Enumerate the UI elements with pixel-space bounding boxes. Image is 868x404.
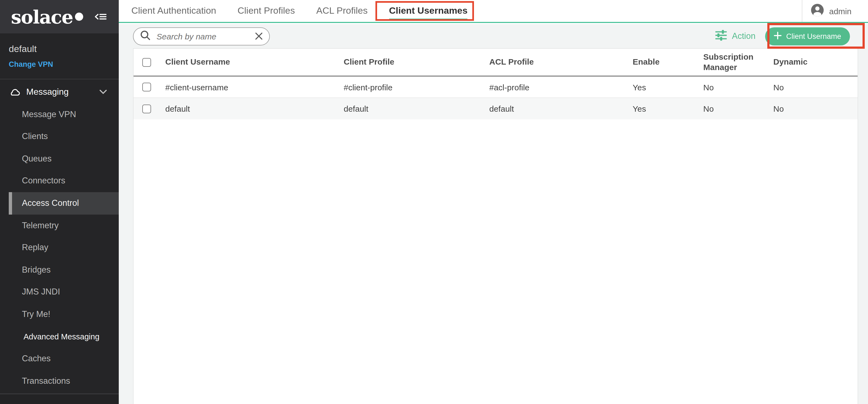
cell-dynamic: No (765, 104, 858, 113)
plus-icon (774, 31, 782, 41)
vpn-name: default (9, 44, 110, 55)
select-all-checkbox[interactable] (142, 58, 151, 66)
toolbar-actions: Action Client Username (716, 27, 850, 45)
tab-bar: Client Authentication Client Profiles AC… (119, 0, 868, 23)
search-box (133, 27, 270, 45)
toolbar: Action Client Username (119, 24, 868, 48)
solace-logo: solace (11, 7, 73, 26)
table-header-row: Client Username Client Profile ACL Profi… (133, 49, 858, 76)
sidebar-item-jms-jndi[interactable]: JMS JNDI (0, 281, 119, 303)
sidebar-item-transactions[interactable]: Transactions (0, 370, 119, 392)
sidebar-item-messaging[interactable]: Messaging (0, 81, 119, 103)
row-checkbox[interactable] (142, 83, 151, 91)
sidebar-item-message-vpn[interactable]: Message VPN (0, 103, 119, 125)
cell-acl-profile: #acl-profile (480, 83, 624, 92)
sidebar-footer-strip (0, 394, 119, 404)
logo-bar: solace (0, 0, 119, 33)
column-header: Subscription Manager (694, 52, 765, 72)
table-row[interactable]: #client-username #client-profile #acl-pr… (133, 76, 858, 98)
cell-client-profile: #client-profile (335, 83, 480, 92)
add-button-label: Client Username (786, 32, 841, 40)
tab-client-usernames[interactable]: Client Usernames (389, 0, 467, 22)
column-header: Dynamic (765, 57, 858, 67)
chevron-down-icon (100, 90, 107, 94)
cell-dynamic: No (765, 83, 858, 92)
column-header: Enable (624, 57, 694, 67)
cell-acl-profile: default (480, 104, 624, 113)
vpn-block: default Change VPN (0, 33, 119, 80)
sidebar-item-telemetry[interactable]: Telemetry (0, 214, 119, 237)
action-label: Action (732, 31, 755, 41)
tab-acl-profiles[interactable]: ACL Profiles (316, 0, 368, 22)
sidebar-nav: Messaging Message VPN Clients Queues Con… (0, 81, 119, 392)
change-vpn-link[interactable]: Change VPN (9, 60, 110, 68)
client-usernames-table: Client Username Client Profile ACL Profi… (133, 48, 858, 404)
add-client-username-button[interactable]: Client Username (765, 27, 850, 45)
sidebar-item-caches[interactable]: Caches (0, 348, 119, 370)
table-row[interactable]: default default default Yes No No (133, 98, 858, 119)
cell-enable: Yes (624, 83, 694, 92)
sidebar-item-advanced-messaging[interactable]: Advanced Messaging (0, 325, 119, 348)
cell-client-username: default (157, 104, 335, 113)
sidebar-item-connectors[interactable]: Connectors (0, 170, 119, 192)
column-header: ACL Profile (480, 57, 624, 67)
search-input[interactable] (155, 31, 250, 41)
user-menu[interactable]: admin (802, 0, 868, 22)
column-header: Client Username (157, 57, 335, 67)
action-button[interactable]: Action (716, 29, 755, 43)
content-area: Action Client Username Clien (119, 24, 868, 404)
solace-logo-dot (75, 12, 83, 21)
sidebar-item-clients[interactable]: Clients (0, 125, 119, 148)
row-checkbox[interactable] (142, 104, 151, 113)
search-icon (140, 30, 151, 42)
sidebar-item-try-me[interactable]: Try Me! (0, 303, 119, 325)
tab-client-authentication[interactable]: Client Authentication (131, 0, 216, 22)
tab-client-profiles[interactable]: Client Profiles (238, 0, 295, 22)
cell-enable: Yes (624, 104, 694, 113)
user-name: admin (829, 6, 851, 15)
cell-client-username: #client-username (157, 83, 335, 92)
cell-subscription-manager: No (694, 83, 765, 92)
sidebar-item-replay[interactable]: Replay (0, 237, 119, 259)
sidebar-item-queues[interactable]: Queues (0, 148, 119, 170)
app-window: solace default Change VPN (0, 0, 868, 404)
main-area: Client Authentication Client Profiles AC… (119, 0, 868, 404)
column-header: Client Profile (335, 57, 480, 67)
collapse-sidebar-icon[interactable] (95, 12, 107, 21)
sidebar-item-bridges[interactable]: Bridges (0, 259, 119, 281)
cell-subscription-manager: No (694, 104, 765, 113)
cloud-icon (9, 88, 20, 97)
action-filter-icon (716, 29, 727, 43)
clear-search-icon[interactable] (255, 32, 263, 40)
cell-client-profile: default (335, 104, 480, 113)
sidebar-item-access-control[interactable]: Access Control (9, 192, 119, 214)
sidebar: solace default Change VPN (0, 0, 119, 404)
sidebar-item-label: Messaging (26, 81, 69, 103)
avatar-icon (810, 3, 824, 19)
